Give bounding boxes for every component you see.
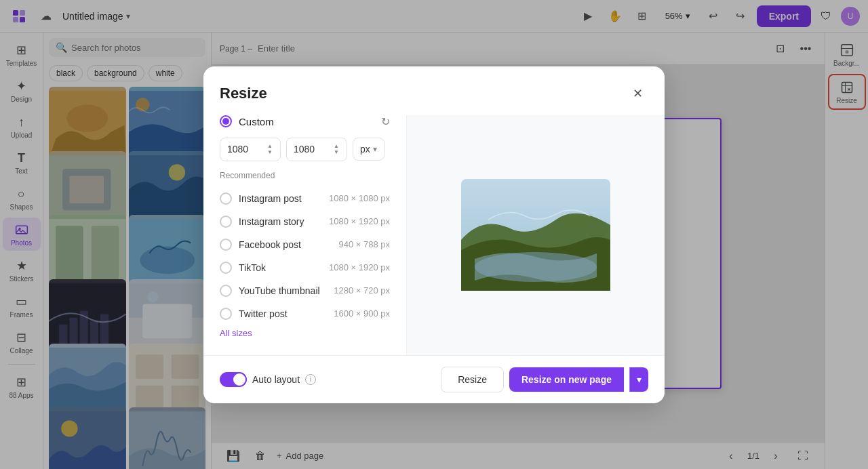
- auto-layout-label: Auto layout: [252, 374, 300, 385]
- youtube-thumbnail-radio[interactable]: [220, 285, 232, 297]
- size-option-instagram-post[interactable]: Instagram post 1080 × 1080 px: [220, 187, 390, 210]
- height-increment[interactable]: ▲: [334, 144, 339, 149]
- height-input[interactable]: [294, 144, 331, 155]
- resize-modal: Resize ✕ Custom ↻ ▲ ▼: [203, 66, 665, 403]
- width-input-wrapper: ▲ ▼: [220, 138, 281, 161]
- all-sizes-link[interactable]: All sizes: [220, 328, 252, 338]
- unit-select[interactable]: px ▾: [353, 138, 384, 161]
- footer-buttons: Resize Resize on new page ▾: [441, 367, 648, 392]
- modal-header: Resize ✕: [203, 66, 665, 115]
- size-option-tiktok[interactable]: TikTok 1080 × 1920 px: [220, 256, 390, 279]
- modal-overlay: Resize ✕ Custom ↻ ▲ ▼: [0, 0, 868, 469]
- facebook-post-dims: 940 × 788 px: [338, 239, 390, 249]
- recommended-label: Recommended: [220, 171, 390, 180]
- modal-footer: Auto layout i Resize Resize on new page …: [203, 355, 665, 403]
- modal-body: Custom ↻ ▲ ▼ ▲: [203, 115, 665, 355]
- youtube-thumbnail-label: YouTube thumbnail: [239, 285, 327, 296]
- instagram-post-radio[interactable]: [220, 192, 232, 205]
- auto-layout-switch[interactable]: [220, 372, 247, 387]
- modal-close-button[interactable]: ✕: [627, 83, 648, 104]
- height-input-wrapper: ▲ ▼: [286, 138, 347, 161]
- info-icon[interactable]: i: [305, 374, 316, 385]
- unit-select-arrow: ▾: [373, 144, 377, 154]
- tiktok-dims: 1080 × 1920 px: [329, 262, 390, 272]
- width-decrement[interactable]: ▼: [267, 150, 273, 155]
- facebook-post-label: Facebook post: [239, 239, 332, 250]
- refresh-icon[interactable]: ↻: [381, 115, 390, 128]
- auto-layout-toggle: Auto layout i: [220, 372, 316, 387]
- resize-new-page-dropdown-button[interactable]: ▾: [629, 367, 648, 392]
- instagram-story-radio[interactable]: [220, 216, 232, 228]
- twitter-post-label: Twitter post: [239, 308, 327, 319]
- size-option-facebook-post[interactable]: Facebook post 940 × 788 px: [220, 233, 390, 256]
- modal-left-panel: Custom ↻ ▲ ▼ ▲: [203, 115, 407, 355]
- instagram-story-label: Instagram story: [239, 216, 322, 227]
- size-option-instagram-story[interactable]: Instagram story 1080 × 1920 px: [220, 210, 390, 233]
- resize-button[interactable]: Resize: [441, 367, 504, 392]
- height-decrement[interactable]: ▼: [334, 150, 339, 155]
- dimension-inputs: ▲ ▼ ▲ ▼ px ▾: [220, 138, 390, 161]
- width-increment[interactable]: ▲: [267, 144, 273, 149]
- width-input[interactable]: [227, 144, 264, 155]
- facebook-post-radio[interactable]: [220, 239, 232, 251]
- instagram-story-dims: 1080 × 1920 px: [329, 216, 390, 226]
- custom-radio[interactable]: [220, 115, 232, 127]
- modal-preview-image: [461, 179, 610, 291]
- custom-label: Custom: [239, 116, 374, 127]
- tiktok-radio[interactable]: [220, 262, 232, 274]
- modal-right-panel: [407, 115, 665, 355]
- toggle-thumb: [233, 373, 245, 386]
- custom-size-option: Custom ↻: [220, 115, 390, 128]
- tiktok-label: TikTok: [239, 262, 322, 273]
- modal-title: Resize: [220, 85, 267, 102]
- twitter-post-dims: 1600 × 900 px: [334, 308, 390, 319]
- youtube-thumbnail-dims: 1280 × 720 px: [334, 285, 390, 295]
- instagram-post-dims: 1080 × 1080 px: [329, 193, 390, 203]
- size-option-twitter-post[interactable]: Twitter post 1600 × 900 px: [220, 302, 390, 325]
- size-option-youtube-thumbnail[interactable]: YouTube thumbnail 1280 × 720 px: [220, 279, 390, 302]
- resize-on-new-page-button[interactable]: Resize on new page: [509, 367, 624, 392]
- instagram-post-label: Instagram post: [239, 193, 322, 204]
- twitter-post-radio[interactable]: [220, 308, 232, 320]
